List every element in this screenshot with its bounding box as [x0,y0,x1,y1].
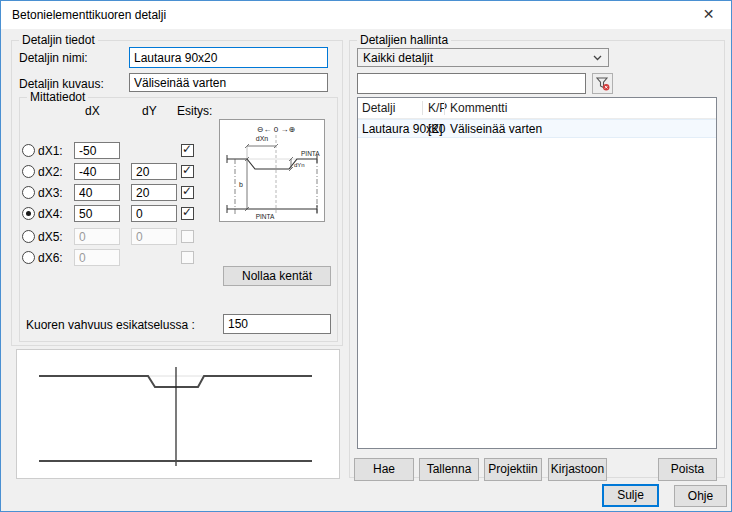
dx4-input[interactable] [74,205,120,222]
to-project-button[interactable]: Projektiin [484,458,542,481]
close-icon[interactable]: ✕ [686,1,731,29]
dy5-input [131,228,177,245]
shell-thickness-input[interactable] [223,314,331,334]
detail-name-label: Detaljin nimi: [19,51,88,65]
detail-list-header: Detalji K/P Kommentti [358,98,716,119]
column-separator[interactable] [422,101,423,115]
delete-button[interactable]: Poista [658,458,717,481]
dimension-diagram: ⊖← 0 →⊕ dXn dYn PINTA [219,119,325,222]
diagram-surface-top-label: PINTA [301,150,320,157]
dx6-display-checkbox: ✓ [181,251,194,264]
preview-drawing [16,349,340,479]
close-dialog-button[interactable]: Sulje [602,484,659,507]
detail-filter-dropdown[interactable]: Kaikki detaljit [357,48,609,67]
chevron-down-icon [593,55,602,61]
dialog-betonielementtikuoren-detalji: Betonielementtikuoren detalji ✕ Detaljin… [0,0,732,512]
dx3-display-checkbox[interactable]: ✓ [181,186,194,199]
diagram-axis-label: ⊖← 0 →⊕ [257,125,295,134]
dx6-input [74,249,120,266]
column-dx-header: dX [85,104,100,118]
dy4-input[interactable] [131,205,177,222]
list-column-kommentti[interactable]: Kommentti [450,98,507,119]
radio-dx5[interactable] [22,230,35,243]
radio-dot [26,211,31,216]
dy2-input[interactable] [131,163,177,180]
detail-list[interactable]: Detalji K/P Kommentti Lautaura 90x20 [K]… [357,97,717,449]
radio-dx6[interactable] [22,251,35,264]
row-dx4-label: dX4: [38,207,63,221]
diagram-surface-bottom-label: PINTA [256,213,275,220]
preview-drawing-canvas [17,350,339,478]
detail-name-input[interactable] [129,47,328,68]
clear-filter-button[interactable] [592,73,613,94]
save-button[interactable]: Tallenna [419,458,479,481]
row-kp-cell: [K] [428,120,443,139]
detail-description-label: Detaljin kuvaus: [19,77,104,91]
dx5-display-checkbox: ✓ [181,230,194,243]
diagram-b-label: b [239,181,243,188]
dy3-input[interactable] [131,184,177,201]
dx2-input[interactable] [74,163,120,180]
checkmark-icon: ✓ [182,163,192,177]
radio-dx4[interactable] [22,207,35,220]
list-column-detalji[interactable]: Detalji [362,98,395,119]
to-library-button[interactable]: Kirjastoon [548,458,607,481]
detail-search-input[interactable] [357,73,586,94]
radio-dx2[interactable] [22,165,35,178]
detail-description-input[interactable] [129,73,328,92]
checkmark-icon: ✓ [182,184,192,198]
row-dx1-label: dX1: [38,144,63,158]
diagram-dy-label: dYn [294,162,305,168]
row-dx6-label: dX6: [38,251,63,265]
detail-filter-dropdown-value: Kaikki detaljit [363,51,433,65]
reset-fields-button[interactable]: Nollaa kentät [223,266,331,286]
group-measurements-label: Mittatiedot [27,90,88,104]
diagram-dx-label: dXn [256,135,269,142]
column-dy-header: dY [142,104,157,118]
checkmark-icon: ✓ [182,205,192,219]
dx4-display-checkbox[interactable]: ✓ [181,207,194,220]
row-kommentti-cell: Väliseinää varten [450,120,542,139]
column-display-header: Esitys: [177,104,212,118]
group-detail-management-label: Detaljien hallinta [357,33,451,47]
radio-dx1[interactable] [22,144,35,157]
row-dx2-label: dX2: [38,165,63,179]
dx1-display-checkbox[interactable]: ✓ [181,144,194,157]
row-dx3-label: dX3: [38,186,63,200]
fetch-button[interactable]: Hae [354,458,414,481]
group-detail-info-label: Detaljin tiedot [19,33,98,47]
checkmark-icon: ✓ [182,142,192,156]
shell-thickness-label: Kuoren vahvuus esikatselussa : [26,318,195,332]
filter-remove-icon [596,77,610,91]
dx1-input[interactable] [74,142,120,159]
radio-dx3[interactable] [22,186,35,199]
dimension-diagram-drawing: ⊖← 0 →⊕ dXn dYn PINTA [220,120,324,221]
column-separator[interactable] [444,101,445,115]
dialog-title: Betonielementtikuoren detalji [12,1,166,29]
dx5-input [74,228,120,245]
row-dx5-label: dX5: [38,230,63,244]
title-bar: Betonielementtikuoren detalji ✕ [1,1,731,29]
dx3-input[interactable] [74,184,120,201]
detail-list-row[interactable]: Lautaura 90x20 [K] Väliseinää varten [358,119,716,138]
help-button[interactable]: Ohje [674,485,727,507]
dx2-display-checkbox[interactable]: ✓ [181,165,194,178]
